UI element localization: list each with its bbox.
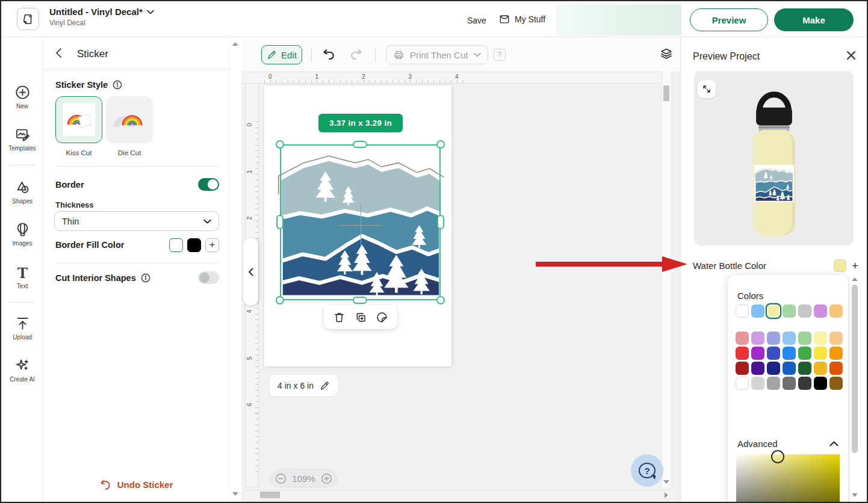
artboard[interactable]: 3.37 in x 3.29 in: [264, 85, 451, 366]
collapse-panel-tab[interactable]: [243, 238, 258, 306]
project-title-block[interactable]: Untitled - Vinyl Decal* Vinyl Decal: [49, 7, 154, 27]
color-swatch[interactable]: [767, 347, 780, 360]
color-swatch[interactable]: [736, 377, 749, 390]
nav-item-upload[interactable]: Upload: [1, 315, 43, 341]
color-swatch[interactable]: [798, 362, 811, 375]
nav-item-shapes[interactable]: Shapes: [1, 179, 43, 205]
add-border-color-button[interactable]: +: [205, 238, 219, 252]
canvas-horizontal-scrollbar[interactable]: [244, 490, 671, 499]
info-icon[interactable]: [113, 80, 122, 90]
color-swatch[interactable]: [814, 377, 827, 390]
scroll-up-arrow[interactable]: [852, 277, 858, 281]
color-swatch[interactable]: [783, 347, 796, 360]
color-swatch[interactable]: [783, 332, 796, 345]
color-swatch[interactable]: [829, 347, 843, 360]
save-button[interactable]: Save: [467, 16, 486, 25]
nav-item-text[interactable]: Text: [1, 264, 43, 289]
sticker-style-die-cut[interactable]: [106, 96, 153, 143]
resize-handle-w[interactable]: [276, 215, 284, 229]
add-bottle-color-button[interactable]: +: [852, 260, 858, 271]
help-button[interactable]: ?: [631, 454, 663, 487]
scroll-down-arrow[interactable]: [232, 492, 238, 496]
mode-help-button[interactable]: ?: [494, 49, 506, 61]
scroll-up-arrow[interactable]: [232, 42, 238, 46]
zoom-out-button[interactable]: [275, 473, 287, 484]
undo-sticker-button[interactable]: Undo Sticker: [43, 478, 229, 491]
nav-item-new[interactable]: New: [1, 84, 43, 110]
back-button[interactable]: [55, 48, 62, 61]
scroll-down-arrow[interactable]: [663, 480, 669, 484]
current-bottle-color-swatch[interactable]: [834, 259, 846, 272]
zoom-in-button[interactable]: [321, 473, 332, 484]
resize-handle-n[interactable]: [353, 141, 367, 148]
color-swatch[interactable]: [829, 304, 843, 318]
border-fill-swatch-white[interactable]: [169, 238, 183, 252]
scroll-down-arrow[interactable]: [852, 493, 858, 497]
color-swatch[interactable]: [736, 332, 749, 345]
color-swatch[interactable]: [829, 332, 843, 345]
color-swatch[interactable]: [767, 332, 780, 345]
scrollbar-thumb[interactable]: [663, 85, 669, 101]
resize-handle-nw[interactable]: [276, 140, 284, 149]
delete-button[interactable]: [333, 311, 346, 324]
color-swatch[interactable]: [798, 347, 811, 360]
color-swatch[interactable]: [829, 362, 843, 375]
redo-button[interactable]: [349, 46, 364, 64]
color-swatch[interactable]: [783, 377, 796, 390]
scrollbar-thumb[interactable]: [852, 285, 858, 453]
color-swatch[interactable]: [767, 304, 780, 318]
nav-item-images[interactable]: Images: [1, 221, 43, 247]
border-fill-swatch-black[interactable]: [187, 238, 201, 252]
panel-scrollbar[interactable]: [229, 37, 241, 502]
my-stuff-button[interactable]: My Stuff: [498, 13, 545, 25]
color-swatch[interactable]: [736, 362, 749, 375]
color-swatch[interactable]: [798, 377, 811, 390]
color-swatch[interactable]: [814, 362, 827, 375]
color-swatch[interactable]: [814, 332, 827, 345]
edit-button[interactable]: Edit: [261, 45, 302, 64]
color-swatch[interactable]: [736, 304, 749, 318]
scroll-right-arrow[interactable]: [665, 492, 668, 498]
resize-handle-ne[interactable]: [436, 140, 445, 149]
color-swatch[interactable]: [751, 377, 764, 390]
expand-preview-button[interactable]: [698, 80, 716, 98]
close-button[interactable]: [846, 51, 856, 63]
resize-handle-e[interactable]: [437, 215, 444, 229]
info-icon[interactable]: [141, 273, 150, 283]
color-swatch[interactable]: [783, 304, 796, 318]
thickness-dropdown[interactable]: Thin: [54, 211, 219, 231]
color-swatch[interactable]: [751, 362, 764, 375]
color-swatch[interactable]: [767, 377, 780, 390]
chevron-up-icon[interactable]: [829, 441, 839, 446]
border-toggle[interactable]: [198, 178, 219, 191]
nav-item-create-ai[interactable]: Create AI: [1, 357, 43, 383]
color-swatch[interactable]: [814, 347, 827, 360]
color-swatch[interactable]: [798, 304, 811, 318]
cut-interior-toggle[interactable]: [198, 271, 219, 284]
resize-handle-se[interactable]: [436, 296, 445, 304]
preview-button[interactable]: Preview: [690, 8, 768, 31]
saturation-value-gradient[interactable]: [736, 454, 840, 503]
undo-button[interactable]: [321, 46, 336, 64]
canvas-area[interactable]: Edit Print Then Cut ? 01234: [241, 37, 681, 502]
sticker-peel-button[interactable]: [376, 311, 388, 324]
color-swatch[interactable]: [829, 377, 843, 390]
color-picker-handle[interactable]: [771, 450, 784, 463]
color-swatch[interactable]: [767, 362, 780, 375]
color-swatch[interactable]: [751, 332, 764, 345]
color-swatch[interactable]: [736, 347, 749, 360]
project-icon[interactable]: [17, 8, 39, 30]
print-then-cut-dropdown[interactable]: Print Then Cut: [386, 45, 488, 64]
panel-scrollbar[interactable]: [850, 275, 860, 502]
color-swatch[interactable]: [798, 332, 811, 345]
color-swatch[interactable]: [783, 362, 796, 375]
canvas-vertical-scrollbar[interactable]: [662, 72, 671, 487]
nav-item-templates[interactable]: Templates: [1, 126, 43, 152]
color-swatch[interactable]: [751, 347, 764, 360]
duplicate-button[interactable]: [355, 311, 367, 324]
make-button[interactable]: Make: [774, 8, 854, 31]
selection-box[interactable]: [280, 144, 441, 300]
color-swatch[interactable]: [751, 304, 764, 318]
layers-button[interactable]: [659, 46, 674, 63]
color-swatch[interactable]: [814, 304, 827, 318]
